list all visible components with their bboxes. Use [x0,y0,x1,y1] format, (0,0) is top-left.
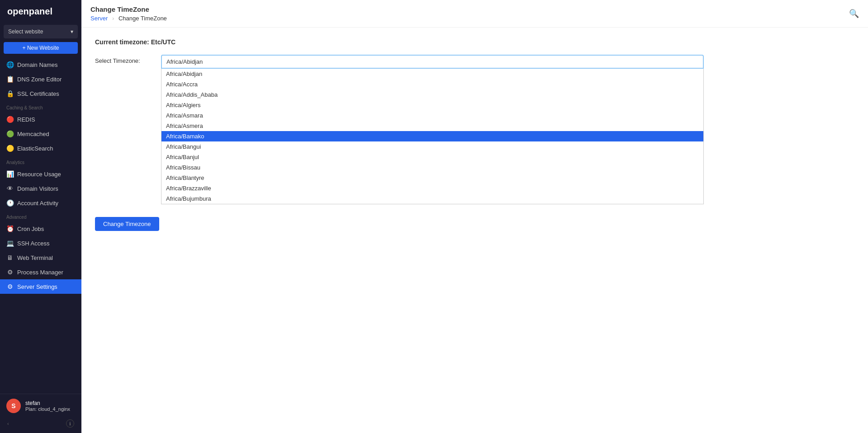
sidebar-item-cron-jobs[interactable]: ⏰ Cron Jobs [0,221,81,236]
timezone-option[interactable]: Africa/Accra [161,79,703,89]
sidebar-item-web-terminal[interactable]: 🖥 Web Terminal [0,250,81,265]
elasticsearch-icon: 🟡 [6,145,14,152]
breadcrumb-current: Change TimeZone [119,15,167,22]
header-title-block: Change TimeZone Server › Change TimeZone [90,5,167,22]
timezone-option[interactable]: Africa/Bangui [161,141,703,152]
main-content: Current timezone: Etc/UTC Select Timezon… [81,28,868,433]
dns-icon: 📋 [6,75,14,83]
avatar: S [6,399,21,413]
redis-icon: 🔴 [6,116,14,123]
breadcrumb: Server › Change TimeZone [90,15,167,22]
timezone-listbox[interactable]: Africa/AbidjanAfrica/AccraAfrica/Addis_A… [161,69,704,204]
sidebar: openpanel Select website ▾ + New Website… [0,0,81,433]
globe-icon: 🌐 [6,61,14,68]
search-button[interactable]: 🔍 [849,9,859,19]
info-icon[interactable]: ℹ [66,419,74,428]
page-title: Change TimeZone [90,5,167,13]
section-label-analytics: Analytics [0,155,81,167]
timezone-option[interactable]: Africa/Blantyre [161,173,703,183]
chart-icon: 📊 [6,170,14,178]
main-header: Change TimeZone Server › Change TimeZone… [81,0,868,28]
cron-icon: ⏰ [6,225,14,232]
sidebar-item-domain-visitors[interactable]: 👁 Domain Visitors [0,181,81,196]
timezone-form-row: Select Timezone: Africa/Abidjan Africa/A… [95,55,854,204]
select-website-dropdown[interactable]: Select website ▾ [4,25,78,38]
timezone-option[interactable]: Africa/Cairo [161,204,703,204]
sidebar-user-section: S stefan Plan: cloud_4_nginx [0,394,81,418]
timezone-option[interactable]: Africa/Banjul [161,152,703,162]
sidebar-item-process-manager[interactable]: ⚙ Process Manager [0,265,81,279]
collapse-arrow[interactable]: ‹ [7,421,9,426]
timezone-selected-display: Africa/Abidjan [161,55,704,69]
timezone-option[interactable]: Africa/Bujumbura [161,193,703,204]
terminal-icon: 🖥 [6,254,14,261]
timezone-option[interactable]: Africa/Asmera [161,121,703,131]
settings-icon: ⚙ [6,283,14,290]
timezone-option[interactable]: Africa/Algiers [161,100,703,110]
section-label-caching: Caching & Search [0,101,81,112]
sidebar-collapse-area: ‹ ℹ [4,418,78,429]
sidebar-item-resource-usage[interactable]: 📊 Resource Usage [0,167,81,181]
username[interactable]: stefan [25,400,70,406]
memcached-icon: 🟢 [6,130,14,137]
timezone-option[interactable]: Africa/Bamako [161,131,703,141]
breadcrumb-server-link[interactable]: Server [90,15,108,22]
timezone-option[interactable]: Africa/Addis_Ababa [161,89,703,100]
lock-icon: 🔒 [6,90,14,97]
new-website-button[interactable]: + New Website [4,42,78,54]
change-timezone-button[interactable]: Change Timezone [95,217,159,231]
breadcrumb-sep: › [112,15,114,22]
sidebar-item-ssl-certificates[interactable]: 🔒 SSL Certificates [0,86,81,101]
sidebar-item-elasticsearch[interactable]: 🟡 ElasticSearch [0,141,81,155]
timezone-option[interactable]: Africa/Abidjan [161,69,703,79]
timezone-option[interactable]: Africa/Brazzaville [161,183,703,193]
sidebar-item-account-activity[interactable]: 🕐 Account Activity [0,196,81,210]
sidebar-item-domain-names[interactable]: 🌐 Domain Names [0,57,81,72]
user-info: stefan Plan: cloud_4_nginx [25,400,70,412]
timezone-select-wrapper: Africa/Abidjan Africa/AbidjanAfrica/Accr… [161,55,704,204]
current-tz-value: Etc/UTC [151,38,175,46]
sidebar-item-dns-zone-editor[interactable]: 📋 DNS Zone Editor [0,72,81,86]
sidebar-item-server-settings[interactable]: ⚙ Server Settings [0,279,81,294]
sidebar-item-memcached[interactable]: 🟢 Memcached [0,127,81,141]
user-plan: Plan: cloud_4_nginx [25,406,70,412]
current-timezone-display: Current timezone: Etc/UTC [95,38,854,46]
visitors-icon: 👁 [6,185,14,192]
timezone-option[interactable]: Africa/Asmara [161,110,703,121]
sidebar-item-redis[interactable]: 🔴 REDIS [0,112,81,127]
process-icon: ⚙ [6,268,14,276]
app-logo: openpanel [0,0,81,23]
sidebar-item-ssh-access[interactable]: 💻 SSH Access [0,236,81,250]
section-label-advanced: Advanced [0,210,81,221]
timezone-option[interactable]: Africa/Bissau [161,162,703,173]
main-area: Change TimeZone Server › Change TimeZone… [81,0,868,433]
select-tz-label: Select Timezone: [95,55,154,64]
activity-icon: 🕐 [6,199,14,207]
ssh-icon: 💻 [6,240,14,247]
